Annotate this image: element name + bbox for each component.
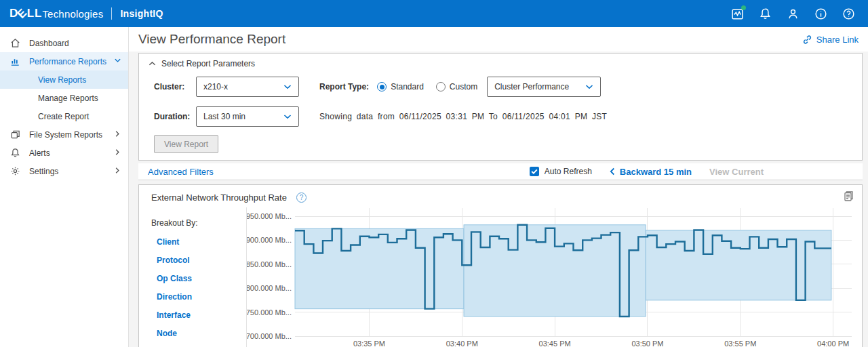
sidebar: DashboardPerformance ReportsView Reports… <box>0 27 129 347</box>
notifications-bell-icon[interactable] <box>757 6 772 21</box>
y-axis-tick-label: 750.000 Mb... <box>247 308 292 317</box>
minmax-band <box>646 230 831 300</box>
sidebar-item-alerts[interactable]: Alerts <box>0 144 128 162</box>
filter-bar-right: Auto Refresh Backward 15 min View Curren… <box>530 167 863 177</box>
chevron-right-icon <box>114 167 121 176</box>
app-name: InsightIQ <box>120 8 163 19</box>
bar-chart-icon <box>9 56 21 67</box>
report-template-select[interactable]: Cluster Performance <box>487 77 601 97</box>
sidebar-item-settings[interactable]: Settings <box>0 162 128 180</box>
radio-circle-icon <box>436 82 446 91</box>
sidebar-item-dashboard[interactable]: Dashboard <box>0 34 128 52</box>
user-icon[interactable] <box>785 6 800 21</box>
chart-plot-area: 950.000 Mb...900.000 Mb...850.000 Mb...8… <box>246 207 862 347</box>
auto-refresh-label: Auto Refresh <box>545 167 592 176</box>
chevron-left-icon <box>610 167 615 176</box>
breakout-link-protocol[interactable]: Protocol <box>151 256 246 265</box>
sidebar-item-manage-reports[interactable]: Manage Reports <box>0 89 128 107</box>
sidebar-item-label: Settings <box>29 167 114 176</box>
x-axis-tick-label: 03:55 PM <box>724 340 756 347</box>
chevron-down-icon <box>283 84 292 89</box>
sidebar-item-label: Performance Reports <box>29 57 114 66</box>
x-axis-tick-label: 03:50 PM <box>631 340 663 347</box>
x-axis-tick-label: 04:00 PM <box>817 340 849 347</box>
breakout-link-op-class[interactable]: Op Class <box>151 274 246 283</box>
sidebar-item-label: Create Report <box>38 112 121 121</box>
cluster-select-value: x210-x <box>203 82 228 91</box>
x-axis-tick-label: 03:40 PM <box>446 340 478 347</box>
view-current-button[interactable]: View Current <box>709 167 764 177</box>
y-axis-tick-label: 900.000 Mb... <box>247 236 292 244</box>
dell-logo: DELL <box>9 7 42 20</box>
y-axis-tick-label: 850.000 Mb... <box>247 260 292 268</box>
info-icon[interactable] <box>813 6 828 21</box>
sidebar-item-label: Manage Reports <box>38 94 121 103</box>
auto-refresh-checkbox[interactable] <box>530 167 539 176</box>
backward-15min-button[interactable]: Backward 15 min <box>610 167 692 177</box>
x-axis-tick-label: 03:35 PM <box>353 340 385 347</box>
breakout-by-label: Breakout By: <box>151 218 246 228</box>
alert-bell-icon <box>9 147 21 159</box>
y-axis-tick-label: 800.000 Mb... <box>247 284 292 292</box>
report-template-value: Cluster Performance <box>494 82 569 91</box>
chevron-down-icon <box>585 84 593 89</box>
share-link-button[interactable]: Share Link <box>802 35 859 45</box>
sidebar-item-file-system-reports[interactable]: File System Reports <box>0 125 128 144</box>
view-report-button[interactable]: View Report <box>154 135 218 153</box>
chart-title: External Network Throughput Rate <box>151 192 287 203</box>
home-icon <box>9 37 21 49</box>
duration-label: Duration: <box>154 112 196 121</box>
sidebar-item-view-reports[interactable]: View Reports <box>0 70 128 89</box>
report-type-radio-standard[interactable]: Standard <box>377 82 424 91</box>
brand-divider <box>111 7 112 20</box>
chart-body: Breakout By: ClientProtocolOp ClassDirec… <box>139 207 862 347</box>
chevron-right-icon <box>114 130 121 140</box>
backward-15min-label: Backward 15 min <box>620 167 692 177</box>
page-title: View Performance Report <box>138 32 285 47</box>
x-axis-tick-label: 03:45 PM <box>539 340 571 347</box>
y-axis-tick-label: 700.000 Mb... <box>247 332 292 340</box>
share-link-label: Share Link <box>816 35 859 45</box>
panel-collapse-header[interactable]: Select Report Parameters <box>139 54 862 73</box>
y-axis-tick-label: 950.000 Mb... <box>247 212 292 220</box>
chevron-down-icon <box>283 114 292 119</box>
breakout-link-direction[interactable]: Direction <box>151 292 246 302</box>
sidebar-item-label: File System Reports <box>29 130 114 140</box>
minmax-band <box>295 228 464 308</box>
advanced-filters-link[interactable]: Advanced Filters <box>148 167 214 177</box>
sidebar-item-label: Dashboard <box>29 39 121 48</box>
chevron-down-icon <box>114 57 121 66</box>
sidebar-item-performance-reports[interactable]: Performance Reports <box>0 52 128 70</box>
sidebar-item-label: Alerts <box>29 148 114 158</box>
panel-title: Select Report Parameters <box>161 59 255 68</box>
breakout-link-client[interactable]: Client <box>151 237 246 247</box>
link-icon <box>802 35 812 45</box>
throughput-step-chart: 950.000 Mb...900.000 Mb...850.000 Mb...8… <box>247 208 854 347</box>
breakout-link-node[interactable]: Node <box>151 329 246 338</box>
copy-chart-icon[interactable] <box>843 190 854 205</box>
cluster-select[interactable]: x210-x <box>196 77 299 97</box>
file-system-icon <box>9 129 21 140</box>
sidebar-item-create-report[interactable]: Create Report <box>0 107 128 125</box>
report-type-radio-custom[interactable]: Custom <box>436 82 477 91</box>
content-header: View Performance Report Share Link <box>129 27 868 52</box>
chevron-right-icon <box>114 148 121 158</box>
showing-data-text: Showing data from 06/11/2025 03:31 PM To… <box>319 112 607 121</box>
auto-refresh-group: Auto Refresh <box>530 167 592 176</box>
help-icon[interactable] <box>841 6 856 21</box>
breakout-link-interface[interactable]: Interface <box>151 310 246 320</box>
performance-status-icon[interactable] <box>730 6 745 21</box>
main-content: View Performance Report Share Link Selec… <box>129 27 868 347</box>
help-circle-icon[interactable]: ? <box>296 192 307 203</box>
topbar-icons <box>730 6 856 21</box>
settings-gear-icon <box>9 165 21 177</box>
radio-label: Custom <box>450 82 477 91</box>
throughput-chart-card: External Network Throughput Rate ? Break… <box>138 184 863 347</box>
report-parameters-panel: Select Report Parameters Cluster: x210-x… <box>138 53 863 161</box>
duration-select[interactable]: Last 30 min <box>196 106 299 127</box>
cluster-label: Cluster: <box>154 82 196 91</box>
radio-circle-icon <box>377 82 387 91</box>
cluster-row: Cluster: x210-x Report Type: StandardCus… <box>139 73 862 102</box>
dell-technologies-label: Technologies <box>42 8 103 20</box>
report-type-radio-group: StandardCustom <box>377 82 477 91</box>
